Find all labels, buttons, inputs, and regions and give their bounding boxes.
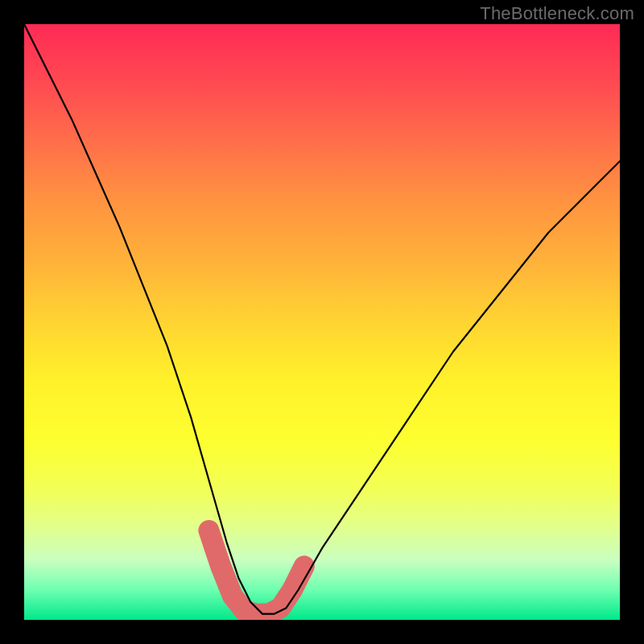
chart-frame: TheBottleneck.com (0, 0, 644, 644)
watermark-text: TheBottleneck.com (480, 3, 634, 24)
bottleneck-curve-path (24, 24, 620, 614)
chart-svg (24, 24, 620, 620)
chart-plot-area (24, 24, 620, 620)
